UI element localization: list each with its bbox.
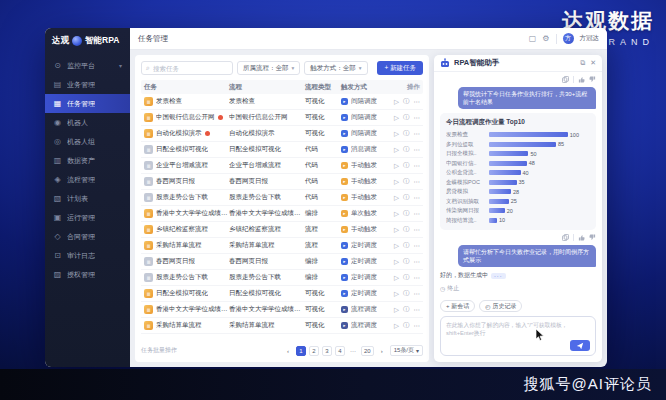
- sidebar-item-机器人组[interactable]: ◎机器人组: [45, 132, 130, 151]
- more-button[interactable]: ⋯: [414, 162, 421, 170]
- next-page-button[interactable]: ›: [377, 346, 387, 356]
- table-row[interactable]: ≣采购结算单流程采购结算单流程流程▸定时调度▷ⓘ⋯: [141, 238, 423, 254]
- run-button[interactable]: ▷: [394, 306, 399, 314]
- info-button[interactable]: ⓘ: [403, 177, 410, 186]
- more-button[interactable]: ⋯: [414, 210, 421, 218]
- table-row[interactable]: ≣发票检查发票检查可视化▸间隔调度▷ⓘ⋯: [141, 94, 423, 110]
- table-row[interactable]: ≣香港中文大学学位成绩结...香港中文大学学位成绩结果查...可视化▸流程调度▷…: [141, 302, 423, 318]
- more-button[interactable]: ⋯: [414, 290, 421, 298]
- table-row[interactable]: ≣日配全模拟可视化日配全模拟可视化代码▸消息调度▷ⓘ⋯: [141, 142, 423, 158]
- thumbs-down-icon[interactable]: [589, 234, 596, 241]
- run-button[interactable]: ▷: [394, 322, 399, 330]
- more-button[interactable]: ⋯: [414, 322, 421, 330]
- copy-icon[interactable]: [562, 76, 569, 83]
- more-button[interactable]: ⋯: [414, 194, 421, 202]
- thumbs-up-icon[interactable]: [578, 234, 585, 241]
- table-row[interactable]: ≣香港中文大学学位成绩结...香港中文大学学位成绩结果查...编排▸单次触发▷ⓘ…: [141, 206, 423, 222]
- more-button[interactable]: ⋯: [414, 98, 421, 106]
- search-box[interactable]: ⌕: [141, 61, 233, 75]
- open-in-new-icon[interactable]: ⧉: [580, 59, 585, 67]
- sidebar-item-任务管理[interactable]: ▦任务管理: [45, 94, 130, 113]
- more-button[interactable]: ⋯: [414, 258, 421, 266]
- settings-gear-icon[interactable]: ⚙: [542, 35, 549, 43]
- send-button[interactable]: [570, 340, 590, 351]
- table-row[interactable]: ≣股票走势公告下载股票走势公告下载代码▸手动触发▷ⓘ⋯: [141, 190, 423, 206]
- run-button[interactable]: ▷: [394, 194, 399, 202]
- page-button[interactable]: 20: [361, 346, 374, 356]
- info-button[interactable]: ⓘ: [403, 321, 410, 330]
- page-button[interactable]: 2: [309, 346, 319, 356]
- run-button[interactable]: ▷: [394, 178, 399, 186]
- info-button[interactable]: ⓘ: [403, 193, 410, 202]
- table-row[interactable]: ≣股票走势公告下载股票走势公告下载编排▸定时调度▷ⓘ⋯: [141, 270, 423, 286]
- info-button[interactable]: ⓘ: [403, 129, 410, 138]
- thumbs-down-icon[interactable]: [589, 76, 596, 83]
- info-button[interactable]: ⓘ: [403, 241, 410, 250]
- table-row[interactable]: ≣采购结算单流程采购结算单流程可视化▸流程调度▷ⓘ⋯: [141, 318, 423, 334]
- info-button[interactable]: ⓘ: [403, 97, 410, 106]
- sidebar-item-业务管理[interactable]: ▤业务管理: [45, 75, 130, 94]
- info-button[interactable]: ⓘ: [403, 257, 410, 266]
- run-button[interactable]: ▷: [394, 290, 399, 298]
- table-row[interactable]: ≣春西网页日报春西网页日报代码▸手动触发▷ⓘ⋯: [141, 174, 423, 190]
- sidebar-item-流程管理[interactable]: ◈流程管理: [45, 170, 130, 189]
- more-button[interactable]: ⋯: [414, 178, 421, 186]
- more-button[interactable]: ⋯: [414, 114, 421, 122]
- more-button[interactable]: ⋯: [414, 242, 421, 250]
- table-row[interactable]: ≣自动化模拟演示自动化模拟演示可视化▸间隔调度▷ⓘ⋯: [141, 126, 423, 142]
- run-button[interactable]: ▷: [394, 114, 399, 122]
- run-button[interactable]: ▷: [394, 210, 399, 218]
- table-row[interactable]: ≣日配全模拟可视化日配全模拟可视化可视化▸定时调度▷ⓘ⋯: [141, 286, 423, 302]
- trigger-filter-select[interactable]: 触发方式：全部 ▾: [304, 61, 367, 75]
- table-row[interactable]: ≣乡镇纪检监察流程乡镇纪检监察流程流程▸手动触发▷ⓘ⋯: [141, 222, 423, 238]
- sidebar-item-机器人[interactable]: ◉机器人: [45, 113, 130, 132]
- more-button[interactable]: ⋯: [414, 146, 421, 154]
- more-button[interactable]: ⋯: [414, 226, 421, 234]
- run-button[interactable]: ▷: [394, 274, 399, 282]
- sidebar-item-审计日志[interactable]: ⊡审计日志: [45, 246, 130, 265]
- info-button[interactable]: ⓘ: [403, 209, 410, 218]
- sidebar-item-监控平台[interactable]: ⊙监控平台▾: [45, 56, 130, 75]
- info-button[interactable]: ⓘ: [403, 145, 410, 154]
- run-button[interactable]: ▷: [394, 242, 399, 250]
- run-button[interactable]: ▷: [394, 258, 399, 266]
- sidebar-item-数据资产[interactable]: ▥数据资产: [45, 151, 130, 170]
- more-button[interactable]: ⋯: [414, 274, 421, 282]
- info-button[interactable]: ⓘ: [403, 225, 410, 234]
- sidebar-item-计划表[interactable]: ▧计划表: [45, 189, 130, 208]
- info-button[interactable]: ⓘ: [403, 113, 410, 122]
- table-row[interactable]: ≣中国银行信息公开网中国银行信息公开网可视化▸间隔调度▷ⓘ⋯: [141, 110, 423, 126]
- history-button[interactable]: ◴ 历史记录: [479, 300, 522, 312]
- run-button[interactable]: ▷: [394, 162, 399, 170]
- more-button[interactable]: ⋯: [414, 130, 421, 138]
- new-task-button[interactable]: + 新建任务: [377, 61, 423, 75]
- run-button[interactable]: ▷: [394, 146, 399, 154]
- page-button[interactable]: 3: [322, 346, 332, 356]
- sidebar-item-合同管理[interactable]: ◇合同管理: [45, 227, 130, 246]
- process-filter-select[interactable]: 所属流程：全部 ▾: [237, 61, 300, 75]
- sidebar-item-运行管理[interactable]: ▣运行管理: [45, 208, 130, 227]
- apps-grid-icon[interactable]: ▢: [529, 35, 537, 43]
- page-button[interactable]: 4: [335, 346, 345, 356]
- thumbs-up-icon[interactable]: [578, 76, 585, 83]
- user-avatar[interactable]: 方: [563, 33, 574, 44]
- run-button[interactable]: ▷: [394, 98, 399, 106]
- prev-page-button[interactable]: ‹: [283, 346, 293, 356]
- new-chat-button[interactable]: + 新会话: [440, 300, 475, 312]
- table-row[interactable]: ≣春西网页日报春西网页日报编排▸定时调度▷ⓘ⋯: [141, 254, 423, 270]
- search-input[interactable]: [153, 65, 228, 72]
- info-button[interactable]: ⓘ: [403, 273, 410, 282]
- more-button[interactable]: ⋯: [414, 306, 421, 314]
- page-size-select[interactable]: 15条/页 ▾: [390, 345, 423, 356]
- run-button[interactable]: ▷: [394, 226, 399, 234]
- table-row[interactable]: ≣企业平台增减流程企业平台增减流程代码▸手动触发▷ⓘ⋯: [141, 158, 423, 174]
- stop-generation[interactable]: ◷ 终止: [440, 284, 596, 293]
- copy-icon[interactable]: [562, 234, 569, 241]
- close-icon[interactable]: ✕: [590, 59, 596, 67]
- sidebar-item-授权管理[interactable]: ▨授权管理: [45, 265, 130, 284]
- info-button[interactable]: ⓘ: [403, 305, 410, 314]
- page-button[interactable]: 1: [296, 346, 306, 356]
- assistant-input[interactable]: 在此输入你想了解的内容，输入"/"可获取模板，shift+Enter换行: [440, 316, 596, 356]
- info-button[interactable]: ⓘ: [403, 161, 410, 170]
- run-button[interactable]: ▷: [394, 130, 399, 138]
